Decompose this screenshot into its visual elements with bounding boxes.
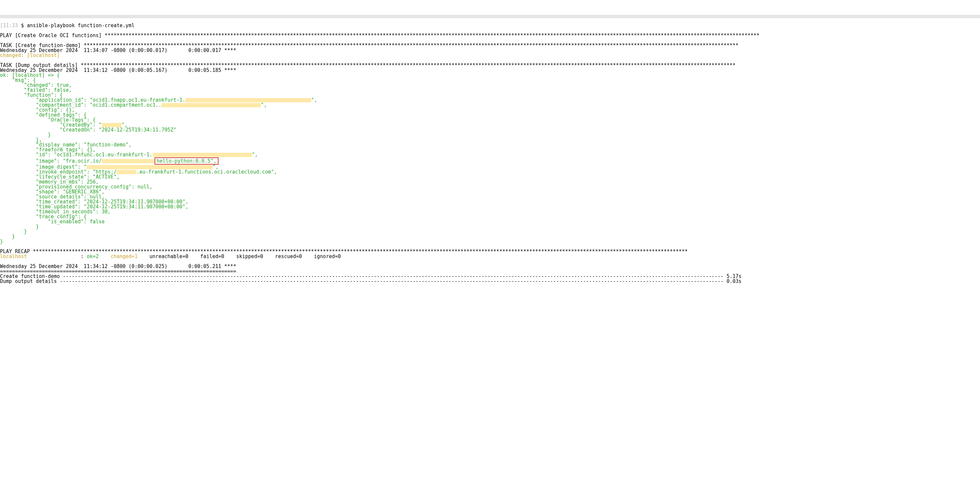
image-highlight-box: hello-python:0.0.5", <box>154 158 218 165</box>
window-top-bar <box>0 15 980 18</box>
root-close: } <box>0 239 3 244</box>
id-tail: ", <box>252 152 258 158</box>
kv-id: "id": "ocid1.fnfunc.oc1.eu-frankfurt-1. <box>0 152 153 158</box>
play-header: PLAY [Create Oracle OCI functions] <box>0 32 102 38</box>
invoke-tail: .eu-frankfurt-1.functions.oci.oracleclou… <box>137 169 277 175</box>
redacted-image-namespace <box>102 159 154 163</box>
appid-tail: ", <box>311 97 317 103</box>
image-tag: hello-python:0.0.5", <box>157 158 216 164</box>
recap-row2-name: Dump output details <box>0 278 57 284</box>
task1-status: changed: [localhost] <box>0 53 60 58</box>
redacted-fn-id <box>153 153 252 157</box>
kv-image: "image": "fra.ocir.io/ <box>0 158 102 164</box>
recap-changed: changed=1 <box>111 253 137 260</box>
header-rule: ****************************************… <box>105 32 759 38</box>
recap-rest: unreachable=0 failed=0 skipped=0 rescued… <box>150 253 341 260</box>
comp-tail: ", <box>261 102 267 108</box>
recap-ok: ok=2 <box>87 253 99 260</box>
recap-row2-time: 0.03s <box>726 278 741 284</box>
redacted-application-id <box>185 98 311 102</box>
recap-host: localhost <box>0 253 27 260</box>
prompt-timestamp: [11:33 <box>0 22 18 29</box>
shell-command[interactable]: ansible-playbook function-create.yml <box>27 22 134 29</box>
shell-prompt: $ <box>21 22 24 29</box>
redacted-compartment-id <box>162 103 261 107</box>
